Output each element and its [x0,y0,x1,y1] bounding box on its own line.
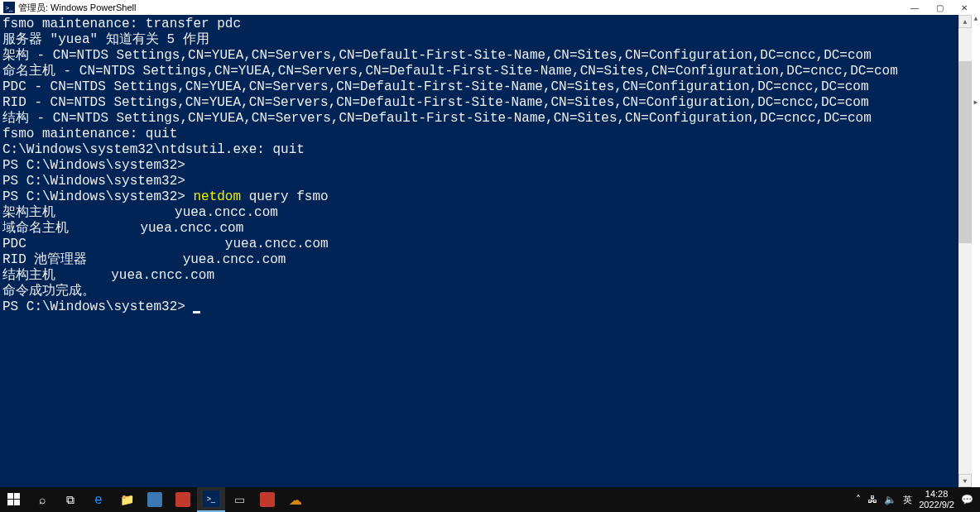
terminal-line: 架构主机 yuea.cncc.com [2,205,956,221]
scroll-down-button[interactable]: ▼ [958,474,972,487]
scroll-right-icon[interactable]: ▶ [972,98,980,110]
secondary-scrollbar: ▲ ▶ [972,15,980,487]
app-button-4[interactable]: ☁ [281,487,310,512]
terminal-line: fsmo maintenance: transfer pdc [2,17,956,32]
ie-button[interactable]: e [84,487,113,512]
clock-time: 14:28 [919,489,954,500]
search-button[interactable]: ⌕ [28,487,56,512]
terminal-output[interactable]: fsmo maintenance: transfer pdc服务器 "yuea"… [0,15,958,487]
cursor [193,311,200,313]
terminal-line: 服务器 "yuea" 知道有关 5 作用 [2,32,956,48]
explorer-button[interactable]: 📁 [113,487,141,512]
maximize-button[interactable]: ▢ [927,0,952,15]
orange-app-icon: ☁ [289,492,302,508]
search-icon: ⌕ [39,493,46,506]
taskbar[interactable]: ⌕ ⧉ e 📁 >_ ▭ ☁ ˄ 🖧 🔈 英 14:28 2022/9/2 💬 [0,487,980,512]
terminal-line: PS C:\Windows\system32> [2,174,956,189]
red-app-icon-2 [260,492,275,507]
folder-icon: 📁 [120,493,134,506]
terminal-line: 域命名主机 yuea.cncc.com [2,221,956,237]
svg-rect-0 [7,493,13,499]
red-app-icon [175,492,190,507]
window-title: 管理员: Windows PowerShell [18,2,136,14]
system-tray[interactable]: ˄ 🖧 🔈 英 14:28 2022/9/2 💬 [849,489,980,510]
ime-indicator[interactable]: 英 [903,494,912,506]
titlebar[interactable]: >_ 管理员: Windows PowerShell — ▢ ✕ [0,0,980,15]
task-view-button[interactable]: ⧉ [56,487,84,512]
app-button-2[interactable] [169,487,197,512]
minimize-button[interactable]: — [902,0,927,15]
cmd-icon: ▭ [234,493,245,506]
terminal-line: 命令成功完成。 [2,284,956,299]
notification-icon[interactable]: 💬 [961,494,973,505]
window-controls: — ▢ ✕ [902,0,977,15]
scroll-up-icon[interactable]: ▲ [972,15,980,26]
terminal-line: 架构 - CN=NTDS Settings,CN=YUEA,CN=Servers… [2,48,956,64]
windows-logo-icon [7,493,21,506]
close-button[interactable]: ✕ [952,0,977,15]
terminal-line: 结构 - CN=NTDS Settings,CN=YUEA,CN=Servers… [2,111,956,127]
network-icon[interactable]: 🖧 [867,494,877,505]
terminal-line: PS C:\Windows\system32> [2,299,956,315]
app-button-3[interactable] [253,487,281,512]
terminal-line: RID - CN=NTDS Settings,CN=YUEA,CN=Server… [2,95,956,111]
scroll-up-button[interactable]: ▲ [958,15,972,28]
terminal-line: 命名主机 - CN=NTDS Settings,CN=YUEA,CN=Serve… [2,64,956,79]
powershell-window: >_ 管理员: Windows PowerShell — ▢ ✕ fsmo ma… [0,0,980,487]
clock[interactable]: 14:28 2022/9/2 [919,489,954,510]
clock-date: 2022/9/2 [919,500,954,510]
tray-chevron-icon[interactable]: ˄ [856,494,861,505]
powershell-taskbar-button[interactable]: >_ [197,487,225,512]
terminal-line: PS C:\Windows\system32> [2,158,956,174]
ie-icon: e [95,492,103,507]
terminal-wrap: fsmo maintenance: transfer pdc服务器 "yuea"… [0,15,980,487]
terminal-line: PS C:\Windows\system32> netdom query fsm… [2,189,956,205]
powershell-taskbar-icon: >_ [203,490,219,507]
terminal-line: C:\Windows\system32\ntdsutil.exe: quit [2,142,956,158]
task-view-icon: ⧉ [66,493,74,507]
scrollbar-thumb[interactable] [958,61,972,243]
svg-rect-1 [14,493,20,499]
scrollbar-track[interactable] [958,28,972,474]
blue-app-icon [147,492,162,507]
cmd-button[interactable]: ▭ [225,487,253,512]
svg-rect-2 [7,500,13,505]
terminal-line: RID 池管理器 yuea.cncc.com [2,252,956,268]
vertical-scrollbar[interactable]: ▲ ▼ [958,15,972,487]
volume-icon[interactable]: 🔈 [884,494,896,505]
terminal-line: PDC yuea.cncc.com [2,237,956,252]
app-button-1[interactable] [141,487,169,512]
svg-rect-3 [14,500,20,505]
terminal-line: 结构主机 yuea.cncc.com [2,268,956,284]
terminal-line: fsmo maintenance: quit [2,127,956,142]
terminal-line: PDC - CN=NTDS Settings,CN=YUEA,CN=Server… [2,79,956,95]
start-button[interactable] [0,487,28,512]
powershell-icon: >_ [3,2,15,13]
